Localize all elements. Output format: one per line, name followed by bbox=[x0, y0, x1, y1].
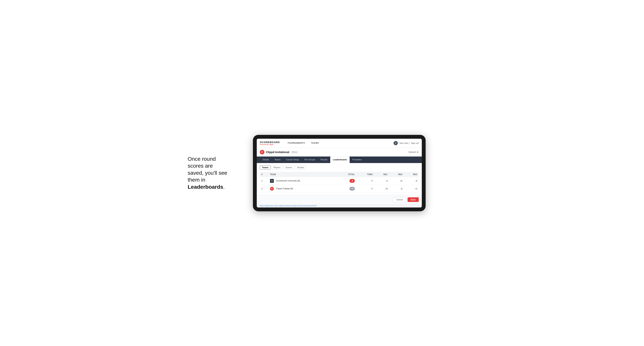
thru-1: F bbox=[356, 177, 374, 185]
tab-teams[interactable]: Teams bbox=[272, 157, 283, 163]
tablet-device: SCOREBOARD Powered by clippd TOURNAMENTS… bbox=[253, 135, 426, 211]
tab-tee-groups[interactable]: Tee Groups bbox=[302, 157, 318, 163]
table-header-row: # TEAM TOTAL THRU RD1 RD2 RD3 bbox=[260, 172, 419, 177]
logo-scoreboard: SCOREBOARD bbox=[260, 141, 280, 144]
filter-buttons: Teams Players Scores Strokes bbox=[260, 165, 419, 170]
description-period: . bbox=[223, 184, 225, 190]
tournament-name: Clippd Invitational bbox=[266, 151, 289, 154]
user-name: Test User | bbox=[399, 142, 409, 144]
rd3-1: -6 bbox=[404, 177, 419, 185]
col-rd3: RD3 bbox=[404, 172, 419, 177]
rd2-2: -8 bbox=[389, 185, 404, 192]
team-logo-1: SU bbox=[270, 179, 274, 183]
description-line1: Once round bbox=[188, 156, 216, 162]
description-line3: saved, you'll see bbox=[188, 170, 227, 176]
score-badge-1: -5 bbox=[350, 179, 355, 183]
col-total: TOTAL bbox=[336, 172, 356, 177]
col-rd1: RD1 bbox=[374, 172, 389, 177]
description-bold: Leaderboards bbox=[188, 184, 223, 190]
team-logo-2: C bbox=[270, 187, 274, 191]
url-bar: https://stage-blue-coach.stagescoreboard… bbox=[257, 204, 422, 207]
nav-right: S Test User | Sign out bbox=[394, 141, 419, 145]
top-nav: SCOREBOARD Powered by clippd TOURNAMENTS… bbox=[257, 139, 422, 148]
filter-teams[interactable]: Teams bbox=[260, 165, 270, 170]
cancel-button-footer[interactable]: Cancel bbox=[393, 197, 406, 202]
col-rank: # bbox=[260, 172, 268, 177]
tournament-title-area: C Clippd Invitational (Men) bbox=[260, 150, 298, 155]
leaderboard-table: # TEAM TOTAL THRU RD1 RD2 RD3 1 bbox=[260, 172, 419, 193]
logo-powered: Powered by clippd bbox=[260, 144, 280, 145]
save-button-footer[interactable]: Save bbox=[408, 197, 419, 202]
score-badge-2: +3 bbox=[350, 187, 355, 191]
tablet-screen: SCOREBOARD Powered by clippd TOURNAMENTS… bbox=[257, 139, 422, 207]
col-team: TEAM bbox=[268, 172, 336, 177]
total-2: +3 bbox=[336, 185, 356, 192]
filter-players[interactable]: Players bbox=[271, 165, 283, 170]
team-name-1: SU Scoreboard University [A] bbox=[268, 177, 336, 185]
content-area: Teams Players Scores Strokes # TEAM TOTA… bbox=[257, 163, 422, 195]
logo-area: SCOREBOARD Powered by clippd bbox=[260, 141, 280, 145]
team-name-2: C Clippd College [A] bbox=[268, 185, 336, 192]
tab-leaderboards[interactable]: Leaderboards bbox=[330, 157, 350, 163]
total-1: -5 bbox=[336, 177, 356, 185]
rd1-2: +8 bbox=[374, 185, 389, 192]
description-line2: scores are bbox=[188, 163, 213, 169]
tournament-gender: (Men) bbox=[292, 151, 298, 154]
tournament-header: C Clippd Invitational (Men) Cancel ✕ bbox=[257, 148, 422, 157]
bottom-footer: Cancel Save bbox=[257, 195, 422, 204]
col-thru: THRU bbox=[356, 172, 374, 177]
tab-details[interactable]: Details bbox=[260, 157, 272, 163]
col-rd2: RD2 bbox=[389, 172, 404, 177]
tab-course-setup[interactable]: Course Setup bbox=[283, 157, 302, 163]
rd1-1: -4 bbox=[374, 177, 389, 185]
rd3-2: +3 bbox=[404, 185, 419, 192]
thru-2: F bbox=[356, 185, 374, 192]
left-description: Once round scores are saved, you'll see … bbox=[188, 156, 242, 190]
nav-teams[interactable]: TEAMS bbox=[308, 139, 322, 148]
table-row: 2 C Clippd College [A] +3 F +8 -8 +3 bbox=[260, 185, 419, 192]
sign-out-link[interactable]: Sign out bbox=[411, 142, 419, 144]
rank-2: 2 bbox=[260, 185, 268, 192]
close-icon[interactable]: ✕ bbox=[416, 151, 419, 154]
tournament-logo: C bbox=[260, 150, 264, 155]
nav-tournaments[interactable]: TOURNAMENTS bbox=[284, 139, 308, 148]
url-text: https://stage-blue-coach.stagescoreboard… bbox=[260, 205, 317, 207]
tab-printables[interactable]: Printables bbox=[350, 157, 364, 163]
rank-1: 1 bbox=[260, 177, 268, 185]
nav-links: TOURNAMENTS TEAMS bbox=[284, 139, 322, 148]
user-avatar: S bbox=[394, 141, 398, 145]
cancel-button-header[interactable]: Cancel ✕ bbox=[408, 151, 419, 154]
sub-nav: Details Teams Course Setup Tee Groups Re… bbox=[257, 157, 422, 163]
filter-strokes[interactable]: Strokes bbox=[295, 165, 306, 170]
rd2-1: +5 bbox=[389, 177, 404, 185]
filter-scores[interactable]: Scores bbox=[284, 165, 294, 170]
table-row: 1 SU Scoreboard University [A] -5 F -4 +… bbox=[260, 177, 419, 185]
page-wrapper: Once round scores are saved, you'll see … bbox=[188, 135, 456, 211]
tab-results[interactable]: Results bbox=[318, 157, 330, 163]
description-line4: them in bbox=[188, 177, 205, 183]
